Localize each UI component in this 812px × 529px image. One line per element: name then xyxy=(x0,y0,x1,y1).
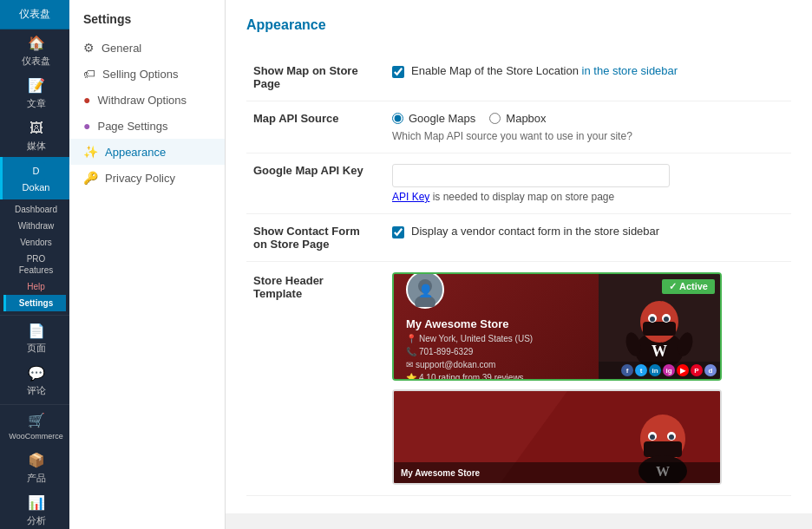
radio-google-label: Google Maps xyxy=(409,112,475,125)
row-contact-form: Show Contact Form on Store Page Display … xyxy=(246,214,791,262)
nav-item-label: Page Settings xyxy=(97,120,167,133)
sidebar-item-dashboard[interactable]: 🏠 仪表盘 xyxy=(0,29,69,72)
sidebar-item-sub-pro[interactable]: PRO Features xyxy=(3,251,66,278)
sidebar-item-label: 文章 xyxy=(27,97,46,109)
sidebar-item-media[interactable]: 🖼 媒体 xyxy=(0,114,69,157)
api-key-note: API Key is needed to display map on stor… xyxy=(392,191,784,203)
row-api-key: Google Map API Key API Key is needed to … xyxy=(246,153,791,214)
divider-2 xyxy=(0,404,69,405)
template-1-social-bar: f t in ig ▶ P d xyxy=(599,362,720,379)
api-key-input[interactable] xyxy=(392,164,670,187)
nav-item-general[interactable]: ⚙ General xyxy=(69,35,225,61)
nav-item-appearance[interactable]: ✨ Appearance xyxy=(69,139,225,165)
contact-form-checkbox[interactable] xyxy=(392,226,404,238)
woo-icon: 🛒 xyxy=(28,412,45,430)
api-key-note-suffix: is needed to display map on store page xyxy=(429,191,614,203)
store-header-label: Store HeaderTemplate xyxy=(253,274,324,300)
nav-item-label: Privacy Policy xyxy=(105,172,175,185)
social-instagram: ig xyxy=(663,364,675,376)
template-card-1[interactable]: Active 👤 xyxy=(392,272,722,381)
map-api-help-text: Which Map API source you want to use in … xyxy=(392,130,784,142)
template-1-location: 📍New York, United States (US) xyxy=(406,334,586,343)
contact-checkbox-label: Display a vendor contact form in the sto… xyxy=(411,225,659,238)
api-key-link[interactable]: API Key xyxy=(392,191,429,203)
svg-rect-18 xyxy=(644,441,682,457)
svg-point-11 xyxy=(664,317,669,322)
page-settings-nav-icon: ● xyxy=(83,119,90,133)
template-2-bottom-bar: My Awesome Store xyxy=(394,462,720,483)
contact-checkbox-row: Display a vendor contact form in the sto… xyxy=(392,225,784,238)
section-title: Appearance xyxy=(246,17,791,40)
map-api-source-label: Map API Source xyxy=(253,112,338,125)
sidebar-item-woocommerce[interactable]: 🛒 WooCommerce xyxy=(0,407,69,447)
nav-item-page-settings[interactable]: ● Page Settings xyxy=(69,113,225,139)
template-1-store-name: My Awesome Store xyxy=(406,317,586,330)
radio-google-maps[interactable] xyxy=(392,113,403,124)
active-badge: Active xyxy=(662,279,715,294)
nav-item-privacy[interactable]: 🔑 Privacy Policy xyxy=(69,165,225,191)
svg-point-21 xyxy=(650,434,655,440)
social-facebook: f xyxy=(621,364,633,376)
svg-text:👤: 👤 xyxy=(418,284,434,298)
home-icon: 🏠 xyxy=(28,35,45,53)
sidebar-item-label: 评论 xyxy=(27,384,46,396)
sidebar-item-label: 产品 xyxy=(27,472,46,484)
template-1-email: ✉support@dokan.com xyxy=(406,360,586,369)
sidebar-item-label: 分析 xyxy=(27,514,46,526)
nav-item-label: General xyxy=(102,42,141,55)
template-1-left: 👤 My Awesome Store 📍New York, United Sta… xyxy=(394,274,599,379)
row-map-api-source: Map API Source Google Maps Mapbox Which xyxy=(246,101,791,153)
sidebar-item-label: 媒体 xyxy=(27,140,46,152)
show-map-checkbox-label: Enable Map of the Store Location in the … xyxy=(411,64,678,77)
sidebar-item-comments[interactable]: 💬 评论 xyxy=(0,360,69,402)
sidebar-item-pages[interactable]: 📄 页面 xyxy=(0,317,69,360)
svg-point-10 xyxy=(650,317,655,322)
sidebar-sub-items: Dashboard Withdraw Vendors PRO Features … xyxy=(0,199,69,313)
sidebar-item-label: WooCommerce xyxy=(9,432,62,442)
sidebar-item-products[interactable]: 📦 产品 xyxy=(0,447,69,489)
store-sidebar-link[interactable]: in the store sidebar xyxy=(582,64,678,77)
content-area: Appearance Show Map on Store Page Enable… xyxy=(226,0,812,513)
nav-item-withdraw[interactable]: ● Withdraw Options xyxy=(69,87,225,113)
sidebar-item-label: Dokan xyxy=(23,181,50,193)
template-container: Active 👤 xyxy=(392,272,784,485)
sidebar-item-sub-dashboard[interactable]: Dashboard xyxy=(3,201,66,218)
left-nav-title: Settings xyxy=(69,9,225,35)
sidebar-item-sub-vendors[interactable]: Vendors xyxy=(3,234,66,251)
selling-nav-icon: 🏷 xyxy=(83,67,95,81)
articles-icon: 📝 xyxy=(28,77,45,95)
nav-item-selling[interactable]: 🏷 Selling Options xyxy=(69,61,225,87)
show-map-checkbox[interactable] xyxy=(392,66,404,78)
nav-item-label: Appearance xyxy=(105,146,166,159)
products-icon: 📦 xyxy=(28,452,45,470)
template-1-avatar: 👤 xyxy=(406,272,444,309)
template-1-phone: 📞701-899-6329 xyxy=(406,347,586,356)
api-key-label: Google Map API Key xyxy=(253,164,363,177)
social-twitter: t xyxy=(635,364,647,376)
radio-mapbox[interactable] xyxy=(489,113,501,124)
show-map-label: Show Map on Store Page xyxy=(253,64,358,90)
media-icon: 🖼 xyxy=(29,120,43,138)
left-nav-panel: Settings ⚙ General 🏷 Selling Options ● W… xyxy=(69,0,226,529)
row-store-header: Store HeaderTemplate Active xyxy=(246,262,791,496)
sidebar-item-sub-settings[interactable]: Settings xyxy=(3,295,66,311)
nav-item-label: Selling Options xyxy=(102,68,178,81)
dokan-icon: D xyxy=(28,162,45,180)
social-pinterest: P xyxy=(691,364,703,376)
sidebar-header: 仪表盘 xyxy=(0,0,69,29)
nav-item-label: Withdraw Options xyxy=(97,94,187,107)
template-card-2[interactable]: W My Awesome Store xyxy=(392,389,722,485)
sidebar-item-label: 页面 xyxy=(27,342,46,354)
radio-option-mapbox: Mapbox xyxy=(489,112,546,125)
sidebar-item-analytics[interactable]: 📊 分析 xyxy=(0,489,69,529)
row-show-map: Show Map on Store Page Enable Map of the… xyxy=(246,54,791,101)
radio-mapbox-label: Mapbox xyxy=(506,112,546,125)
template-2-store-name: My Awesome Store xyxy=(401,468,480,478)
settings-table: Show Map on Store Page Enable Map of the… xyxy=(246,54,791,496)
sidebar-item-dokan[interactable]: D Dokan xyxy=(0,157,69,199)
sidebar-item-sub-help[interactable]: Help xyxy=(3,278,66,295)
social-youtube: ▶ xyxy=(677,364,689,376)
pages-icon: 📄 xyxy=(28,323,45,341)
sidebar-item-articles[interactable]: 📝 文章 xyxy=(0,72,69,114)
sidebar-item-sub-withdraw[interactable]: Withdraw xyxy=(3,218,66,234)
